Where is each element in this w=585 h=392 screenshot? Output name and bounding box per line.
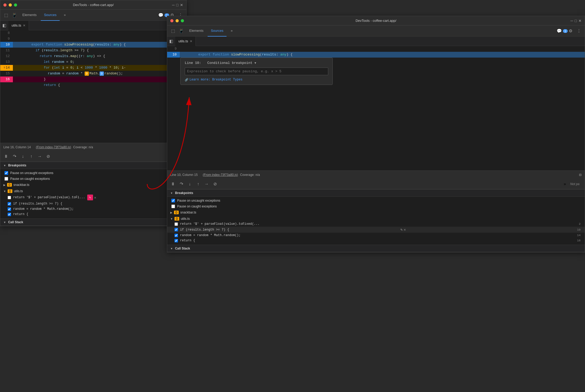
status-icon-2[interactable]: ⊟ <box>579 173 582 177</box>
file-tab-name-2: utils.ts <box>178 39 188 43</box>
sidebar-toggle-1[interactable]: ◧ <box>2 23 6 28</box>
file-tab-close-1[interactable]: ✕ <box>23 24 25 27</box>
sidebar-toggle-2[interactable]: ◧ <box>169 39 173 44</box>
bp-group-utils-1: ▼ {} utils.ts return '$' + parseFloat(va… <box>0 188 186 217</box>
bp-text-3-1: random = random * Math.random(); <box>13 207 74 211</box>
bp-popup-arrow[interactable]: ▼ <box>254 62 256 65</box>
bp-cb-2-2[interactable] <box>175 228 178 231</box>
bp-text-4-2: return { <box>180 239 195 242</box>
pause-caught-cb-2[interactable] <box>171 205 175 208</box>
maximize-icon-2[interactable]: □ <box>575 19 577 23</box>
step-btn-1[interactable]: → <box>36 153 43 160</box>
code-line-13: 13 for (let i = 0; i < 1000 * 1000 * 10;… <box>0 59 186 65</box>
code-line-11: 11 return results.map((r: any) => { <box>0 48 186 53</box>
bp-cb-2-1[interactable] <box>8 202 11 206</box>
resume-btn-2[interactable]: ↷ <box>178 180 185 188</box>
bp-edit-btn-1-1[interactable]: ✎ <box>87 195 93 200</box>
chat-icon-1[interactable]: 💬 1 <box>160 12 167 19</box>
breakpoints-header-1[interactable]: ▼ Breakpoints <box>0 162 186 169</box>
bp-popup-input[interactable] <box>185 68 328 75</box>
minimize-icon-2[interactable]: ─ <box>571 19 573 23</box>
maximize-button-1[interactable] <box>14 3 17 7</box>
code-line-10-w2: 10 if (results.length >= 7) { <box>167 52 585 58</box>
from-file-1[interactable]: (From index-73f73a80.js) <box>36 145 71 149</box>
close-button-1[interactable] <box>3 3 7 7</box>
pause-caught-cb-1[interactable] <box>4 177 8 181</box>
bp-cb-4-2[interactable] <box>175 239 178 242</box>
group-header-snackbar-1[interactable]: ▶ {} snackbar.ts <box>0 182 186 187</box>
bp-close-2-2[interactable]: ✕ <box>404 227 406 232</box>
cs-title-2: Call Stack <box>175 247 190 250</box>
titlebar-1: DevTools - coffee-cart.app/ ─ □ ✕ <box>0 0 186 10</box>
from-label-1 <box>33 145 34 149</box>
file-tab-utils-2[interactable]: utils.ts ✕ <box>175 37 196 46</box>
win-ctrl-right-2: ─ □ ✕ <box>571 19 582 23</box>
more-icon-2[interactable]: ⋮ <box>575 27 583 35</box>
step-btn-2[interactable]: → <box>203 180 210 188</box>
maximize-icon-1[interactable]: □ <box>176 3 178 7</box>
file-tabbar-1: ◧ utils.ts ✕ <box>0 21 186 30</box>
tab-more-1[interactable]: » <box>61 10 69 21</box>
tab-sources-2[interactable]: Sources <box>208 26 227 37</box>
breakpoints-header-2[interactable]: ▼ Breakpoints <box>167 190 585 197</box>
bp-item-4-1: return { 16 <box>0 212 186 217</box>
bp-item-3-2: random = random * Math.random(); 14 <box>167 233 585 238</box>
close-button-2[interactable] <box>170 19 173 22</box>
from-file-2[interactable]: (From index-73f73a80.js) <box>203 173 238 177</box>
bp-cb-4-1[interactable] <box>8 213 11 216</box>
bp-popup-link[interactable]: Learn more: Breakpoint Types <box>185 78 328 82</box>
pause-uncaught-label-2: Pause on uncaught exceptions <box>177 199 220 202</box>
device-icon-1[interactable]: 📱 <box>11 12 18 19</box>
tab-more-2[interactable]: » <box>228 26 236 37</box>
step-out-btn-2[interactable]: ↑ <box>194 180 202 188</box>
bp-cb-3-1[interactable] <box>8 207 11 211</box>
deactivate-btn-2[interactable]: ⊘ <box>211 180 219 188</box>
group-header-snackbar-2[interactable]: ▶ {} snackbar.ts <box>167 210 585 215</box>
debug-more-2[interactable]: » <box>564 182 566 186</box>
minimize-button-1[interactable] <box>9 3 12 7</box>
file-tab-close-2[interactable]: ✕ <box>190 39 192 43</box>
step-out-btn-1[interactable]: ↑ <box>28 153 35 160</box>
settings-icon-2[interactable]: ⚙ <box>567 27 574 35</box>
group-name-utils-2: utils.ts <box>181 217 190 221</box>
bp-popup: Line 10: Conditional breakpoint ▼ Learn … <box>180 58 333 85</box>
tab-sources-1[interactable]: Sources <box>41 10 60 21</box>
bp-close-1-1[interactable]: ✕ <box>94 195 96 200</box>
bp-cb-3-2[interactable] <box>175 234 178 237</box>
group-header-utils-2[interactable]: ▼ {} utils.ts <box>167 216 585 221</box>
pause-uncaught-cb-2[interactable] <box>171 199 175 202</box>
device-icon-2[interactable]: 📱 <box>178 27 185 35</box>
code-line-16: 16 return { <box>0 77 186 82</box>
pause-btn-2[interactable]: ⏸ <box>169 180 177 188</box>
file-tab-utils-1[interactable]: utils.ts ✕ <box>8 21 29 30</box>
deactivate-btn-1[interactable]: ⊘ <box>44 153 52 160</box>
bp-cb-1-1[interactable] <box>8 196 11 199</box>
bp-text-2-2: if (results.length >= 7) { <box>180 228 229 232</box>
inspect-icon-2[interactable]: ⬚ <box>169 27 177 35</box>
inspect-icon-1[interactable]: ⬚ <box>2 12 10 19</box>
pause-btn-1[interactable]: ⏸ <box>2 153 10 160</box>
tab-elements-1[interactable]: Elements <box>19 10 40 21</box>
bp-item-1-2: return '$' + parseFloat(value).toFixed(.… <box>167 221 585 227</box>
call-stack-header-2[interactable]: ▼ Call Stack <box>167 245 585 252</box>
chat-icon-2[interactable]: 💬 1 <box>558 27 566 35</box>
bp-edit-icon-2-2[interactable]: ✎ <box>401 227 403 232</box>
call-stack-header-1[interactable]: ▼ Call Stack <box>0 219 186 226</box>
bp-text-3-2: random = random * Math.random(); <box>180 233 240 237</box>
group-icon-snackbar-1: {} <box>7 183 12 187</box>
close-icon-2[interactable]: ✕ <box>578 19 582 23</box>
bp-item-4-2: return { 16 <box>167 238 585 243</box>
bp-text-1-2: return '$' + parseFloat(value).toFixed(.… <box>180 222 259 226</box>
group-header-utils-1[interactable]: ▼ {} utils.ts <box>0 189 186 194</box>
pause-uncaught-cb-1[interactable] <box>4 171 8 175</box>
bp-cb-1-2[interactable] <box>175 222 178 226</box>
resume-btn-1[interactable]: ↷ <box>11 153 18 160</box>
step-into-btn-1[interactable]: ↓ <box>19 153 27 160</box>
minimize-icon-1[interactable]: ─ <box>172 3 175 7</box>
step-into-btn-2[interactable]: ↓ <box>186 180 193 188</box>
minimize-button-2[interactable] <box>176 19 179 22</box>
group-name-snackbar-2: snackbar.ts <box>180 211 196 214</box>
tab-elements-2[interactable]: Elements <box>186 26 207 37</box>
maximize-button-2[interactable] <box>181 19 184 22</box>
close-icon-1[interactable]: ✕ <box>180 3 183 7</box>
